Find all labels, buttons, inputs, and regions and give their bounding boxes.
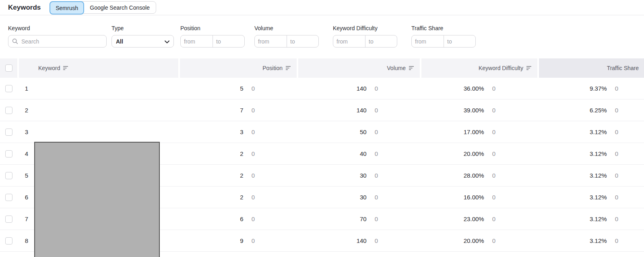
row-checkbox-cell: [0, 85, 17, 92]
traffic-share-value: 3.12%: [590, 150, 607, 157]
type-select[interactable]: All: [111, 35, 174, 48]
keyword-difficulty-diff: 0: [492, 172, 495, 179]
kd-to-input[interactable]: [365, 35, 397, 47]
keyword-difficulty-value: 39.00%: [464, 107, 484, 114]
table-row: 3 3 0 50 0 17.00% 0 3.12% 0: [0, 121, 644, 143]
volume-from-input[interactable]: [255, 35, 287, 47]
keyword-difficulty-value: 20.00%: [464, 237, 484, 244]
position-value: 5: [240, 85, 243, 92]
volume-value: 70: [360, 216, 367, 222]
row-checkbox[interactable]: [5, 172, 12, 179]
traffic-share-value: 3.12%: [590, 237, 607, 244]
sort-icon: [409, 66, 415, 70]
keyword-difficulty-diff: 0: [492, 128, 495, 135]
row-checkbox[interactable]: [5, 216, 12, 223]
keyword-difficulty-diff: 0: [492, 85, 495, 92]
row-number: 6: [17, 194, 36, 201]
select-all-checkbox[interactable]: [5, 64, 12, 72]
position-cell: 2 0: [178, 194, 297, 201]
filter-type: Type All: [111, 25, 174, 48]
traffic-share-cell: 9.37% 0: [537, 85, 644, 92]
volume-cell: 140 0: [297, 237, 420, 244]
table-row: 2 7 0 140 0 39.00% 0 6.25% 0: [0, 99, 644, 121]
row-number: 8: [17, 237, 36, 244]
sort-icon: [526, 66, 532, 70]
keyword-redaction-overlay: [34, 142, 160, 257]
position-to-input[interactable]: [213, 35, 244, 47]
row-checkbox[interactable]: [5, 150, 12, 158]
keyword-difficulty-cell: 23.00% 0: [420, 216, 537, 222]
filter-volume-label: Volume: [254, 25, 319, 31]
keyword-difficulty-value: 16.00%: [464, 194, 484, 201]
keyword-difficulty-diff: 0: [492, 216, 495, 222]
row-checkbox[interactable]: [5, 194, 12, 201]
traffic-share-value: 3.12%: [590, 216, 607, 222]
filter-traffic-share: Traffic Share: [411, 25, 476, 48]
traffic-share-cell: 3.12% 0: [537, 216, 644, 222]
row-checkbox[interactable]: [5, 85, 12, 92]
traffic-share-cell: 3.12% 0: [537, 150, 644, 157]
volume-diff: 0: [375, 128, 378, 135]
position-cell: 2 0: [178, 172, 297, 179]
volume-value: 140: [357, 237, 367, 244]
row-checkbox-cell: [0, 107, 17, 114]
traffic-share-diff: 0: [615, 107, 618, 114]
keyword-difficulty-diff: 0: [492, 237, 495, 244]
filter-type-label: Type: [111, 25, 174, 31]
tab-semrush[interactable]: Semrush: [50, 1, 84, 15]
ts-to-input[interactable]: [444, 35, 475, 47]
header-position[interactable]: Position: [178, 58, 297, 78]
position-value: 7: [240, 107, 243, 114]
page-title: Keywords: [8, 4, 41, 12]
keyword-difficulty-value: 28.00%: [464, 172, 484, 179]
volume-diff: 0: [375, 216, 378, 222]
position-cell: 9 0: [178, 237, 297, 244]
source-tabs: Semrush Google Search Console: [50, 1, 156, 14]
row-number: 4: [17, 150, 36, 157]
header-traffic-share[interactable]: Traffic Share: [537, 58, 644, 78]
volume-value: 40: [360, 150, 367, 157]
row-checkbox-cell: [0, 150, 17, 158]
row-number: 7: [17, 216, 36, 222]
position-diff: 0: [252, 107, 255, 114]
header-volume[interactable]: Volume: [297, 58, 420, 78]
volume-to-input[interactable]: [287, 35, 318, 47]
keyword-cell: 1: [17, 85, 178, 92]
volume-diff: 0: [375, 194, 378, 201]
keyword-difficulty-cell: 16.00% 0: [420, 194, 537, 201]
row-number: 5: [17, 172, 36, 179]
header-volume-label: Volume: [387, 65, 406, 71]
keyword-difficulty-value: 36.00%: [464, 85, 484, 92]
row-checkbox[interactable]: [5, 128, 12, 136]
row-checkbox-cell: [0, 172, 17, 179]
volume-cell: 30 0: [297, 194, 420, 201]
header-position-label: Position: [262, 65, 283, 71]
volume-value: 30: [360, 172, 367, 179]
position-from-input[interactable]: [181, 35, 213, 47]
keyword-difficulty-cell: 17.00% 0: [420, 128, 537, 135]
keyword-cell: 2: [17, 107, 178, 114]
header-keyword[interactable]: Keyword: [17, 58, 178, 78]
position-cell: 2 0: [178, 150, 297, 157]
keyword-search-input[interactable]: [18, 35, 106, 47]
position-diff: 0: [252, 128, 255, 135]
header-keyword-label: Keyword: [38, 65, 60, 71]
keyword-difficulty-diff: 0: [492, 107, 495, 114]
traffic-share-value: 3.12%: [590, 172, 607, 179]
traffic-share-diff: 0: [615, 237, 618, 244]
kd-from-input[interactable]: [333, 35, 365, 47]
ts-from-input[interactable]: [412, 35, 444, 47]
filter-keyword: Keyword: [8, 25, 107, 48]
position-cell: 7 0: [178, 107, 297, 114]
tab-google-search-console[interactable]: Google Search Console: [84, 2, 156, 13]
row-checkbox-cell: [0, 216, 17, 223]
keyword-difficulty-cell: 39.00% 0: [420, 107, 537, 114]
keyword-difficulty-value: 17.00%: [464, 128, 484, 135]
keyword-difficulty-cell: 28.00% 0: [420, 172, 537, 179]
header-keyword-difficulty[interactable]: Keyword Difficulty: [420, 58, 537, 78]
row-checkbox[interactable]: [5, 107, 12, 114]
position-value: 9: [240, 237, 243, 244]
volume-value: 140: [357, 107, 367, 114]
table-row: 1 5 0 140 0 36.00% 0 9.37% 0: [0, 78, 644, 99]
row-checkbox[interactable]: [5, 237, 12, 245]
